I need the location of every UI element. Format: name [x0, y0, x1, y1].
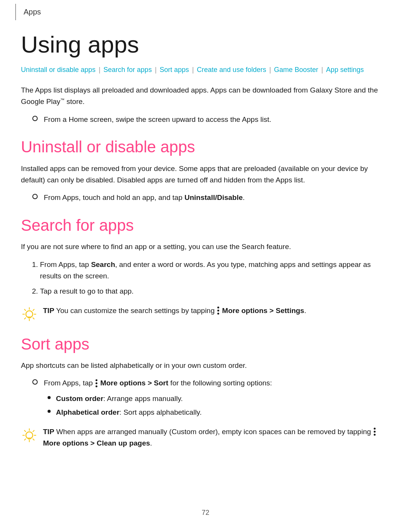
search-bold: Search: [91, 260, 115, 268]
link-uninstall[interactable]: Uninstall or disable apps: [21, 66, 96, 73]
page-title: Using apps: [21, 32, 390, 58]
circle-bullet-icon-2: [32, 194, 38, 199]
tip-label: TIP: [43, 307, 54, 315]
separator-4: |: [267, 66, 273, 73]
link-folders[interactable]: Create and use folders: [197, 66, 266, 73]
circle-bullet-icon-3: [32, 379, 38, 385]
link-app-settings[interactable]: App settings: [326, 66, 364, 73]
breadcrumb: Apps: [15, 4, 396, 20]
section-heading-uninstall: Uninstall or disable apps: [21, 137, 390, 157]
svg-line-7: [33, 309, 34, 310]
tip-search: TIP You can customize the search setting…: [21, 305, 390, 323]
tip-icon-search: [21, 306, 38, 323]
more-options-settings-bold: More options > Settings: [222, 307, 304, 315]
section-heading-search: Search for apps: [21, 216, 390, 235]
search-step-1: From Apps, tap Search, and enter a word …: [40, 259, 390, 282]
svg-line-18: [33, 430, 34, 431]
svg-line-5: [24, 309, 26, 310]
bullet-alphabetical-order: Alphabetical order: Sort apps alphabetic…: [48, 407, 390, 418]
tip-label-2: TIP: [43, 428, 54, 436]
main-content: Using apps Uninstall or disable apps | S…: [0, 20, 411, 479]
links-row: Uninstall or disable apps | Search for a…: [21, 64, 390, 75]
search-step-2: Tap a result to go to that app.: [40, 286, 390, 297]
uninstall-body-text: Installed apps can be removed from your …: [21, 163, 390, 186]
separator-1: |: [97, 66, 102, 73]
circle-bullet-icon: [32, 116, 38, 121]
bullet-sort: From Apps, tap More options > Sort for t…: [32, 377, 390, 389]
search-numbered-list: From Apps, tap Search, and enter a word …: [40, 259, 390, 297]
uninstall-disable-bold: Uninstall/Disable: [185, 193, 243, 201]
page-number: 72: [0, 501, 411, 524]
bullet-home-screen: From a Home screen, swipe the screen upw…: [32, 114, 390, 125]
more-options-cleanup-bold: More options > Clean up pages: [43, 439, 150, 447]
svg-line-16: [24, 430, 26, 431]
svg-line-17: [33, 439, 34, 440]
more-options-icon-3: [374, 428, 376, 436]
bullet-uninstall-text: From Apps, touch and hold an app, and ta…: [44, 192, 245, 203]
dot-bullet-icon-2: [48, 410, 51, 413]
more-options-icon-2: [96, 379, 97, 387]
link-search[interactable]: Search for apps: [104, 66, 152, 73]
section-heading-sort: Sort apps: [21, 335, 390, 354]
breadcrumb-label: Apps: [24, 8, 41, 16]
bullet-custom-order-text: Custom order: Arrange apps manually.: [56, 393, 183, 404]
tip-sort: TIP When apps are arranged manually (Cus…: [21, 426, 390, 449]
sort-body-text: App shortcuts can be listed alphabetical…: [21, 360, 390, 371]
separator-3: |: [190, 66, 196, 73]
link-sort[interactable]: Sort apps: [160, 66, 189, 73]
search-body-text: If you are not sure where to find an app…: [21, 241, 390, 252]
page-container: Apps Using apps Uninstall or disable app…: [0, 4, 411, 532]
svg-line-19: [24, 439, 26, 440]
tip-search-text: TIP You can customize the search setting…: [43, 305, 306, 316]
bullet-alphabetical-text: Alphabetical order: Sort apps alphabetic…: [56, 407, 202, 418]
tip-sort-text: TIP When apps are arranged manually (Cus…: [43, 426, 390, 449]
separator-2: |: [153, 66, 159, 73]
bullet-uninstall: From Apps, touch and hold an app, and ta…: [32, 192, 390, 203]
dot-bullet-icon-1: [48, 396, 51, 399]
separator-5: |: [319, 66, 325, 73]
alphabetical-order-bold: Alphabetical order: [56, 408, 119, 416]
bullet-home-screen-text: From a Home screen, swipe the screen upw…: [44, 114, 271, 125]
tip-icon-sort: [21, 427, 38, 444]
custom-order-bold: Custom order: [56, 395, 104, 403]
more-options-icon-1: [217, 307, 219, 315]
bullet-custom-order: Custom order: Arrange apps manually.: [48, 393, 390, 404]
intro-text: The Apps list displays all preloaded and…: [21, 85, 390, 108]
bullet-sort-text: From Apps, tap More options > Sort for t…: [44, 377, 272, 389]
svg-line-8: [24, 318, 26, 319]
link-game-booster[interactable]: Game Booster: [274, 66, 318, 73]
svg-line-6: [33, 318, 34, 319]
more-options-sort-bold: More options > Sort: [100, 379, 168, 387]
